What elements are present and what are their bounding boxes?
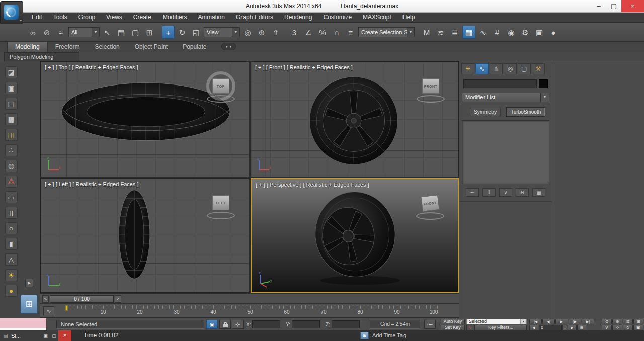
named-selection-dropdown[interactable]: Create Selection Se▾ bbox=[358, 27, 415, 37]
cone-icon[interactable]: △ bbox=[5, 253, 18, 266]
use-pivot-center-icon[interactable]: ◎ bbox=[241, 26, 254, 39]
viewport-left[interactable]: [ + ] [ Left ] [ Realistic + Edged Faces… bbox=[40, 178, 249, 293]
maximize-viewport-toggle-icon[interactable]: ▣ bbox=[633, 325, 643, 330]
isolate-selection-toggle[interactable]: ◉ bbox=[206, 320, 218, 329]
render-setup-icon[interactable]: ⚙ bbox=[519, 26, 532, 39]
ribbon-tab-modeling[interactable]: Modeling bbox=[7, 41, 48, 52]
zoom-extents-icon[interactable]: ⊠ bbox=[623, 319, 633, 324]
spinner-snap-icon[interactable]: ∩ bbox=[330, 26, 343, 39]
default-in-out-tangent-icon[interactable]: ∿ bbox=[466, 325, 473, 330]
ribbon-tab-selection[interactable]: Selection bbox=[87, 42, 127, 52]
overlay-app-window[interactable]: ▤ Sl... ▣ ▢ × bbox=[0, 330, 71, 341]
application-menu-button[interactable]: ▾ bbox=[0, 1, 23, 24]
material-editor-icon[interactable]: ◉ bbox=[505, 26, 518, 39]
next-frame-transport-button[interactable]: ▶ bbox=[568, 325, 577, 330]
layer-manager-icon[interactable]: ≣ bbox=[448, 26, 461, 39]
maximize-button[interactable]: ▢ bbox=[606, 0, 621, 12]
grid-array-icon[interactable]: ▦ bbox=[5, 113, 18, 125]
rectangular-selection-icon[interactable]: ▢ bbox=[129, 26, 142, 39]
menu-item-create[interactable]: Create bbox=[128, 13, 157, 22]
viewport-perspective[interactable]: [ + ] [ Perspective ] [ Realistic + Edge… bbox=[251, 178, 459, 293]
sun-icon[interactable]: ☀ bbox=[5, 269, 18, 281]
menu-item-animation[interactable]: Animation bbox=[193, 13, 230, 22]
select-and-manipulate-icon[interactable]: ⊕ bbox=[255, 26, 268, 39]
orbit-icon[interactable]: ↻ bbox=[623, 325, 633, 330]
frame-spinner[interactable]: ↕ bbox=[562, 325, 567, 330]
field-of-view-icon[interactable]: ∇ bbox=[602, 325, 612, 330]
next-key-button[interactable]: |▶ bbox=[569, 319, 581, 324]
menu-item-modifiers[interactable]: Modifiers bbox=[157, 13, 193, 22]
scatter-icon[interactable]: ∴ bbox=[5, 144, 18, 156]
previous-frame-transport-button[interactable]: ◀ bbox=[529, 325, 538, 330]
viewport-front-label[interactable]: [ + ] [ Front ] [ Realistic + Edged Face… bbox=[255, 64, 353, 70]
mirror-icon[interactable]: M bbox=[420, 26, 433, 39]
viewport-front[interactable]: [ + ] [ Front ] [ Realistic + Edged Face… bbox=[251, 61, 459, 177]
remove-modifier-icon[interactable]: ⊖ bbox=[516, 188, 529, 197]
capsule-icon[interactable]: ▯ bbox=[5, 207, 18, 219]
ribbon-tab-object-paint[interactable]: Object Paint bbox=[127, 42, 175, 52]
make-unique-icon[interactable]: ∨ bbox=[499, 188, 512, 197]
angle-snap-icon[interactable]: ∠ bbox=[302, 26, 315, 39]
minimize-button[interactable]: – bbox=[591, 0, 606, 12]
viewcube[interactable]: FRONT bbox=[415, 191, 446, 224]
menu-item-customize[interactable]: Customize bbox=[317, 13, 357, 22]
key-icon-button[interactable]: ⊶ bbox=[424, 320, 436, 329]
current-frame-marker[interactable] bbox=[65, 305, 68, 311]
bind-to-space-warp-icon[interactable]: ≈ bbox=[54, 26, 67, 39]
select-and-link-icon[interactable]: ∞ bbox=[26, 26, 39, 39]
viewcube[interactable]: LEFT bbox=[205, 191, 236, 224]
time-configuration-button[interactable]: ▦ bbox=[577, 325, 586, 330]
menu-item-edit[interactable]: Edit bbox=[26, 13, 48, 22]
go-to-start-button[interactable]: |◀ bbox=[529, 319, 542, 324]
graphite-ribbon-toggle-icon[interactable]: ▦ bbox=[462, 26, 475, 39]
viewport-layout-tabs-button[interactable]: ⊞ bbox=[20, 295, 38, 314]
menu-item-views[interactable]: Views bbox=[101, 13, 128, 22]
menu-item-maxscript[interactable]: MAXScript bbox=[357, 13, 397, 22]
absolute-mode-toggle[interactable]: ⊹ bbox=[232, 320, 244, 329]
circle-icon[interactable]: ○ bbox=[5, 222, 18, 234]
viewport-perspective-label[interactable]: [ + ] [ Perspective ] [ Realistic + Edge… bbox=[256, 182, 369, 188]
viewport-left-label[interactable]: [ + ] [ Left ] [ Realistic + Edged Faces… bbox=[45, 181, 138, 187]
sphere-shaded-icon[interactable]: ◍ bbox=[5, 160, 18, 172]
grid-snap-icon[interactable]: ▤ bbox=[5, 98, 18, 110]
zoom-all-icon[interactable]: ⊛ bbox=[612, 319, 622, 324]
close-button[interactable]: × bbox=[621, 0, 644, 12]
selection-filter-dropdown[interactable]: All▾ bbox=[68, 27, 100, 37]
window-crossing-icon[interactable]: ⊞ bbox=[143, 26, 156, 39]
viewcube[interactable]: FRONT bbox=[415, 74, 446, 107]
viewcube-face[interactable]: TOP bbox=[212, 78, 229, 94]
go-to-end-button[interactable]: ▶| bbox=[582, 319, 594, 324]
y-coordinate-field[interactable] bbox=[292, 320, 320, 328]
toolbar-expand-button[interactable]: ▶ bbox=[25, 279, 33, 287]
overlay-maximize-button[interactable]: ▢ bbox=[50, 333, 58, 338]
material-map-icon[interactable]: ▣ bbox=[5, 82, 18, 94]
motion-tab[interactable]: ◎ bbox=[504, 63, 517, 74]
paint-deform-icon[interactable]: ◪ bbox=[5, 66, 18, 78]
pin-stack-icon[interactable]: ⊸ bbox=[466, 188, 479, 197]
viewcube-face[interactable]: FRONT bbox=[421, 195, 439, 212]
modifier-stack-item-turbosmooth[interactable]: TurboSmooth bbox=[507, 108, 545, 116]
overlay-restore-button[interactable]: ▣ bbox=[41, 333, 50, 338]
modify-tab[interactable]: ∿ bbox=[475, 63, 489, 74]
z-coordinate-field[interactable] bbox=[332, 320, 360, 328]
object-name-field[interactable] bbox=[463, 79, 537, 88]
render-production-icon[interactable]: ● bbox=[547, 26, 560, 39]
time-slider-handle[interactable]: 0 / 100 bbox=[50, 295, 114, 303]
menu-item-group[interactable]: Group bbox=[73, 13, 101, 22]
configure-modifier-sets-icon[interactable]: ▦ bbox=[532, 188, 545, 197]
menu-item-rendering[interactable]: Rendering bbox=[279, 13, 317, 22]
viewcube-face[interactable]: FRONT bbox=[422, 78, 439, 94]
key-mode-dropdown[interactable]: Selected ▾ bbox=[466, 319, 527, 324]
select-and-move-icon[interactable]: + bbox=[162, 26, 175, 39]
x-coordinate-field[interactable] bbox=[252, 320, 280, 328]
checker-pattern-icon[interactable]: ◫ bbox=[5, 129, 18, 141]
viewcube-face[interactable]: LEFT bbox=[212, 195, 229, 210]
curve-editor-icon[interactable]: ∿ bbox=[476, 26, 490, 39]
pan-icon[interactable]: ⊹ bbox=[612, 325, 622, 330]
unlink-selection-icon[interactable]: ⊘ bbox=[40, 26, 53, 39]
add-time-tag-button[interactable]: Add Time Tag bbox=[372, 330, 406, 341]
menu-item-help[interactable]: Help bbox=[397, 13, 421, 22]
select-by-name-icon[interactable]: ▤ bbox=[115, 26, 128, 39]
next-frame-button[interactable]: > bbox=[115, 295, 121, 303]
selection-lock-toggle[interactable] bbox=[219, 320, 231, 329]
